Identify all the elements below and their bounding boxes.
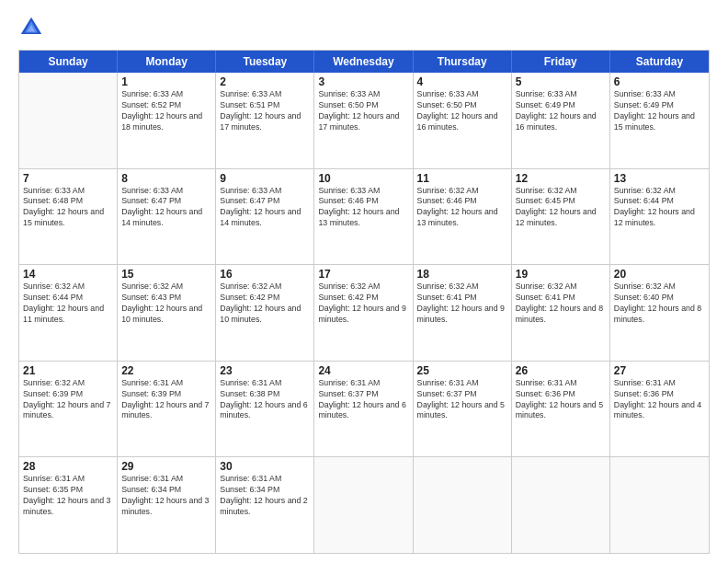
day-number: 22 — [121, 364, 211, 377]
cell-details: Sunrise: 6:31 AMSunset: 6:34 PMDaylight:… — [121, 474, 211, 518]
day-number: 18 — [417, 268, 507, 281]
cell-details: Sunrise: 6:32 AMSunset: 6:41 PMDaylight:… — [417, 282, 507, 326]
day-number: 27 — [614, 364, 705, 377]
calendar-cell: 10Sunrise: 6:33 AMSunset: 6:46 PMDayligh… — [314, 169, 413, 265]
calendar-cell — [314, 457, 413, 553]
day-number: 3 — [318, 75, 408, 88]
calendar-row-5: 28Sunrise: 6:31 AMSunset: 6:35 PMDayligh… — [19, 456, 709, 553]
calendar-cell — [414, 457, 512, 553]
cell-details: Sunrise: 6:32 AMSunset: 6:42 PMDaylight:… — [220, 282, 310, 326]
calendar-cell: 23Sunrise: 6:31 AMSunset: 6:38 PMDayligh… — [216, 362, 314, 457]
page: SundayMondayTuesdayWednesdayThursdayFrid… — [0, 0, 728, 563]
header-day-sunday: Sunday — [19, 51, 118, 73]
calendar-cell: 8Sunrise: 6:33 AMSunset: 6:47 PMDaylight… — [118, 169, 216, 265]
calendar-cell: 1Sunrise: 6:33 AMSunset: 6:52 PMDaylight… — [118, 73, 216, 168]
cell-details: Sunrise: 6:33 AMSunset: 6:49 PMDaylight:… — [516, 89, 606, 133]
day-number: 10 — [318, 172, 408, 185]
cell-details: Sunrise: 6:31 AMSunset: 6:36 PMDaylight:… — [516, 378, 606, 422]
calendar-cell: 5Sunrise: 6:33 AMSunset: 6:49 PMDaylight… — [512, 73, 610, 168]
calendar-cell: 28Sunrise: 6:31 AMSunset: 6:35 PMDayligh… — [19, 457, 118, 553]
day-number: 21 — [23, 364, 113, 377]
calendar-row-2: 7Sunrise: 6:33 AMSunset: 6:48 PMDaylight… — [19, 168, 709, 265]
day-number: 23 — [220, 364, 310, 377]
calendar-cell: 4Sunrise: 6:33 AMSunset: 6:50 PMDaylight… — [414, 73, 512, 168]
day-number: 8 — [121, 172, 211, 185]
calendar-cell: 21Sunrise: 6:32 AMSunset: 6:39 PMDayligh… — [19, 362, 118, 457]
cell-details: Sunrise: 6:32 AMSunset: 6:46 PMDaylight:… — [417, 186, 507, 230]
calendar-cell: 9Sunrise: 6:33 AMSunset: 6:47 PMDaylight… — [216, 169, 314, 265]
cell-details: Sunrise: 6:31 AMSunset: 6:37 PMDaylight:… — [318, 378, 408, 422]
day-number: 15 — [121, 268, 211, 281]
header-day-monday: Monday — [118, 51, 216, 73]
day-number: 30 — [220, 460, 310, 473]
cell-details: Sunrise: 6:32 AMSunset: 6:43 PMDaylight:… — [121, 282, 211, 326]
cell-details: Sunrise: 6:33 AMSunset: 6:52 PMDaylight:… — [121, 89, 211, 133]
calendar: SundayMondayTuesdayWednesdayThursdayFrid… — [18, 50, 710, 554]
cell-details: Sunrise: 6:32 AMSunset: 6:41 PMDaylight:… — [516, 282, 606, 326]
day-number: 2 — [220, 75, 310, 88]
cell-details: Sunrise: 6:33 AMSunset: 6:46 PMDaylight:… — [318, 186, 408, 230]
calendar-cell: 14Sunrise: 6:32 AMSunset: 6:44 PMDayligh… — [19, 265, 118, 361]
header-day-wednesday: Wednesday — [314, 51, 413, 73]
day-number: 24 — [318, 364, 408, 377]
calendar-cell: 16Sunrise: 6:32 AMSunset: 6:42 PMDayligh… — [216, 265, 314, 361]
calendar-cell: 3Sunrise: 6:33 AMSunset: 6:50 PMDaylight… — [314, 73, 413, 168]
cell-details: Sunrise: 6:33 AMSunset: 6:49 PMDaylight:… — [614, 89, 705, 133]
calendar-cell: 6Sunrise: 6:33 AMSunset: 6:49 PMDaylight… — [610, 73, 709, 168]
header-day-friday: Friday — [512, 51, 610, 73]
cell-details: Sunrise: 6:33 AMSunset: 6:50 PMDaylight:… — [417, 89, 507, 133]
cell-details: Sunrise: 6:32 AMSunset: 6:40 PMDaylight:… — [614, 282, 705, 326]
day-number: 4 — [417, 75, 507, 88]
cell-details: Sunrise: 6:32 AMSunset: 6:39 PMDaylight:… — [23, 378, 113, 422]
calendar-cell: 22Sunrise: 6:31 AMSunset: 6:39 PMDayligh… — [118, 362, 216, 457]
calendar-cell — [610, 457, 709, 553]
cell-details: Sunrise: 6:31 AMSunset: 6:35 PMDaylight:… — [23, 474, 113, 518]
calendar-row-4: 21Sunrise: 6:32 AMSunset: 6:39 PMDayligh… — [19, 361, 709, 457]
day-number: 12 — [516, 172, 606, 185]
calendar-cell: 12Sunrise: 6:32 AMSunset: 6:45 PMDayligh… — [512, 169, 610, 265]
logo-icon — [18, 15, 44, 40]
calendar-cell: 20Sunrise: 6:32 AMSunset: 6:40 PMDayligh… — [610, 265, 709, 361]
cell-details: Sunrise: 6:31 AMSunset: 6:38 PMDaylight:… — [220, 378, 310, 422]
calendar-cell: 18Sunrise: 6:32 AMSunset: 6:41 PMDayligh… — [414, 265, 512, 361]
day-number: 29 — [121, 460, 211, 473]
cell-details: Sunrise: 6:33 AMSunset: 6:47 PMDaylight:… — [220, 186, 310, 230]
calendar-body: 1Sunrise: 6:33 AMSunset: 6:52 PMDaylight… — [19, 73, 709, 553]
calendar-cell: 30Sunrise: 6:31 AMSunset: 6:34 PMDayligh… — [216, 457, 314, 553]
cell-details: Sunrise: 6:31 AMSunset: 6:36 PMDaylight:… — [614, 378, 705, 422]
header-day-thursday: Thursday — [414, 51, 512, 73]
day-number: 16 — [220, 268, 310, 281]
cell-details: Sunrise: 6:32 AMSunset: 6:44 PMDaylight:… — [23, 282, 113, 326]
calendar-cell: 29Sunrise: 6:31 AMSunset: 6:34 PMDayligh… — [118, 457, 216, 553]
cell-details: Sunrise: 6:32 AMSunset: 6:42 PMDaylight:… — [318, 282, 408, 326]
calendar-cell: 2Sunrise: 6:33 AMSunset: 6:51 PMDaylight… — [216, 73, 314, 168]
calendar-cell — [19, 73, 118, 168]
calendar-cell: 7Sunrise: 6:33 AMSunset: 6:48 PMDaylight… — [19, 169, 118, 265]
day-number: 19 — [516, 268, 606, 281]
day-number: 20 — [614, 268, 705, 281]
cell-details: Sunrise: 6:33 AMSunset: 6:47 PMDaylight:… — [121, 186, 211, 230]
calendar-cell: 17Sunrise: 6:32 AMSunset: 6:42 PMDayligh… — [314, 265, 413, 361]
cell-details: Sunrise: 6:31 AMSunset: 6:37 PMDaylight:… — [417, 378, 507, 422]
header — [18, 15, 710, 40]
day-number: 9 — [220, 172, 310, 185]
day-number: 5 — [516, 75, 606, 88]
calendar-cell: 11Sunrise: 6:32 AMSunset: 6:46 PMDayligh… — [414, 169, 512, 265]
calendar-cell — [512, 457, 610, 553]
calendar-cell: 13Sunrise: 6:32 AMSunset: 6:44 PMDayligh… — [610, 169, 709, 265]
calendar-cell: 19Sunrise: 6:32 AMSunset: 6:41 PMDayligh… — [512, 265, 610, 361]
day-number: 14 — [23, 268, 113, 281]
cell-details: Sunrise: 6:31 AMSunset: 6:34 PMDaylight:… — [220, 474, 310, 518]
calendar-cell: 26Sunrise: 6:31 AMSunset: 6:36 PMDayligh… — [512, 362, 610, 457]
cell-details: Sunrise: 6:32 AMSunset: 6:44 PMDaylight:… — [614, 186, 705, 230]
cell-details: Sunrise: 6:33 AMSunset: 6:51 PMDaylight:… — [220, 89, 310, 133]
day-number: 13 — [614, 172, 705, 185]
calendar-cell: 24Sunrise: 6:31 AMSunset: 6:37 PMDayligh… — [314, 362, 413, 457]
day-number: 25 — [417, 364, 507, 377]
day-number: 11 — [417, 172, 507, 185]
calendar-cell: 15Sunrise: 6:32 AMSunset: 6:43 PMDayligh… — [118, 265, 216, 361]
calendar-cell: 27Sunrise: 6:31 AMSunset: 6:36 PMDayligh… — [610, 362, 709, 457]
cell-details: Sunrise: 6:31 AMSunset: 6:39 PMDaylight:… — [121, 378, 211, 422]
day-number: 1 — [121, 75, 211, 88]
header-day-tuesday: Tuesday — [216, 51, 314, 73]
